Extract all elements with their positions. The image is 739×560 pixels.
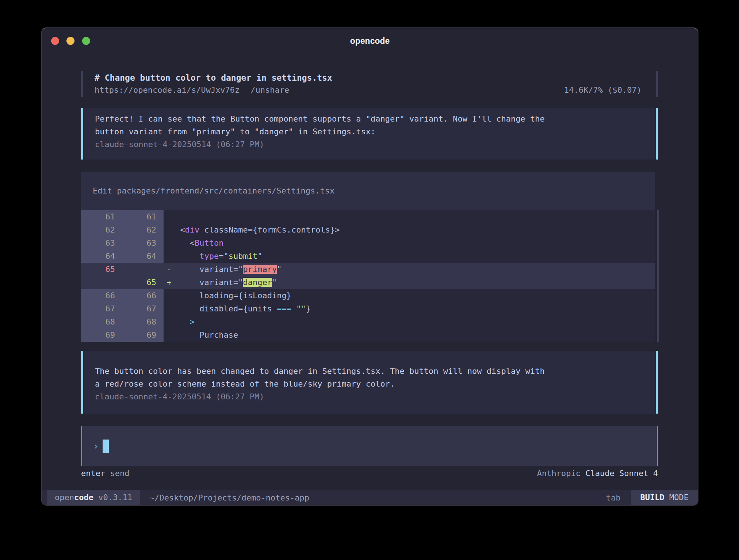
app-window: opencode # Change button color to danger… (42, 28, 698, 505)
titlebar: opencode (42, 28, 698, 54)
line-number-old: 65 (81, 263, 122, 276)
diff-marker (164, 223, 175, 237)
text-cursor (103, 440, 109, 453)
diff-marker: - (164, 263, 175, 276)
enter-hint: enter send (81, 468, 129, 479)
line-number-old (81, 276, 122, 289)
diff-row: 6666 loading={isLoading} (81, 289, 655, 302)
line-number-old: 61 (81, 210, 122, 223)
code-line: <div className={formCs.controls}> (175, 223, 655, 237)
line-number-new: 65 (122, 276, 164, 289)
line-number-new: 68 (122, 315, 164, 329)
code-line: variant="danger" (175, 276, 655, 289)
diff-view: 61616262 <div className={formCs.controls… (81, 210, 655, 342)
line-number-old: 64 (81, 250, 122, 263)
diff-marker (164, 210, 175, 223)
hint-row: enter send Anthropic Claude Sonnet 4 (81, 468, 658, 479)
diff-marker (164, 237, 175, 250)
diff-row: 6464 type="submit" (81, 250, 655, 263)
diff-row: 6262 <div className={formCs.controls}> (81, 223, 655, 237)
diff-marker (164, 329, 175, 342)
diff-marker (164, 302, 175, 315)
diff-row: 65+ variant="danger" (81, 276, 655, 289)
diff-row: 6767 disabled={units === ""} (81, 302, 655, 315)
diff-scrollbar[interactable] (657, 210, 659, 342)
diff-row: 6868 > (81, 315, 655, 329)
diff-marker (164, 315, 175, 329)
tab-key-hint[interactable]: tab (606, 493, 621, 502)
share-url[interactable]: https://opencode.ai/s/UwJxv76z (95, 84, 240, 96)
line-number-old: 62 (81, 223, 122, 237)
line-number-old: 69 (81, 329, 122, 342)
line-number-old: 67 (81, 302, 122, 315)
line-number-new: 62 (122, 223, 164, 237)
prompt-icon: › (93, 441, 99, 452)
code-line: > (175, 315, 655, 329)
line-number-old: 66 (81, 289, 122, 302)
prompt-input[interactable]: › (81, 426, 658, 466)
line-number-new: 61 (122, 210, 164, 223)
session-title: # Change button color to danger in setti… (95, 72, 656, 84)
diff-marker (164, 289, 175, 302)
code-line: loading={isLoading} (175, 289, 655, 302)
line-number-new: 69 (122, 329, 164, 342)
code-line (175, 210, 655, 223)
diff-row: 6161 (81, 210, 655, 223)
message-text: Perfect! I can see that the Button compo… (95, 112, 550, 138)
edit-tool-block: Edit packages/frontend/src/containers/Se… (81, 172, 655, 342)
model-indicator: Anthropic Claude Sonnet 4 (537, 468, 658, 479)
line-number-new: 64 (122, 250, 164, 263)
assistant-message: Perfect! I can see that the Button compo… (81, 108, 658, 160)
code-line: type="submit" (175, 250, 655, 263)
line-number-new (122, 263, 164, 276)
app-version-badge: opencode v0.3.11 (47, 490, 140, 505)
code-line: variant="primary" (175, 263, 655, 276)
edit-tool-title: Edit packages/frontend/src/containers/Se… (93, 185, 655, 196)
line-number-new: 66 (122, 289, 164, 302)
status-bar: opencode v0.3.11 ~/Desktop/Projects/demo… (42, 490, 698, 505)
line-number-new: 63 (122, 237, 164, 250)
diff-marker: + (164, 276, 175, 289)
mode-badge: BUILD MODE (631, 490, 698, 505)
window-title: opencode (42, 28, 698, 54)
message-meta: claude-sonnet-4-20250514 (06:27 PM) (95, 138, 656, 151)
assistant-message: The button color has been changed to dan… (81, 351, 658, 414)
message-text: The button color has been changed to dan… (95, 365, 550, 390)
code-line: Purchase (175, 329, 655, 342)
code-line: <Button (175, 237, 655, 250)
token-usage: 14.6K/7% ($0.07) (564, 84, 642, 96)
message-meta: claude-sonnet-4-20250514 (06:27 PM) (95, 390, 656, 403)
diff-row: 65- variant="primary" (81, 263, 655, 276)
line-number-old: 68 (81, 315, 122, 329)
line-number-old: 63 (81, 237, 122, 250)
working-directory: ~/Desktop/Projects/demo-notes-app (150, 493, 309, 502)
session-header: # Change button color to danger in setti… (81, 71, 658, 97)
code-line: disabled={units === ""} (175, 302, 655, 315)
diff-marker (164, 250, 175, 263)
line-number-new: 67 (122, 302, 164, 315)
unshare-command[interactable]: /unshare (250, 84, 289, 96)
diff-row: 6363 <Button (81, 237, 655, 250)
diff-row: 6969 Purchase (81, 329, 655, 342)
